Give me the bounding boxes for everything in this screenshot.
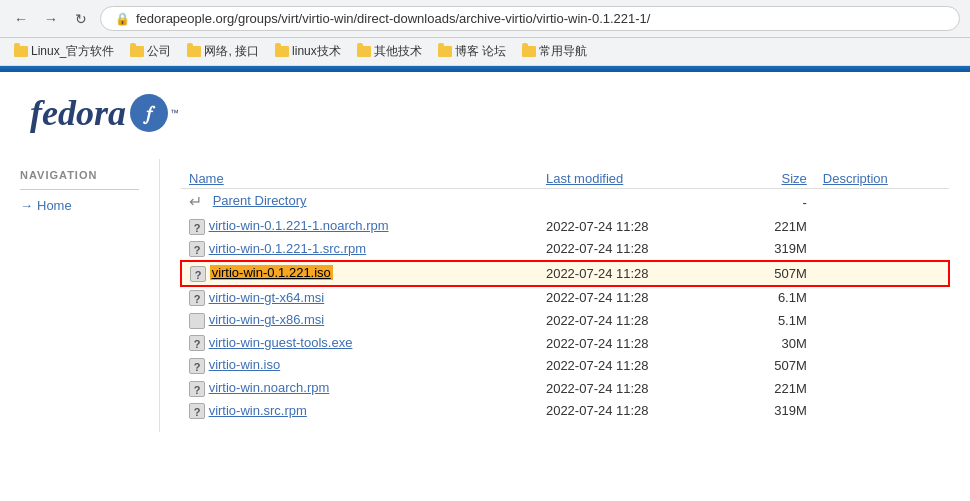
col-modified-header[interactable]: Last modified xyxy=(538,169,735,189)
unknown-file-icon: ? xyxy=(189,381,205,397)
bookmark-company[interactable]: 公司 xyxy=(124,41,177,62)
file-link[interactable]: virtio-win.src.rpm xyxy=(209,403,307,418)
file-desc-cell xyxy=(815,309,949,332)
forward-button[interactable]: → xyxy=(40,8,62,30)
file-desc-cell xyxy=(815,354,949,377)
file-name-cell: ​ virtio-win-gt-x86.msi xyxy=(181,309,538,332)
nav-arrow-icon: → xyxy=(20,198,33,213)
table-row: ? virtio-win.noarch.rpm 2022-07-24 11:28… xyxy=(181,377,949,400)
file-link-parent[interactable]: Parent Directory xyxy=(213,193,307,208)
file-desc-cell xyxy=(815,400,949,423)
file-table: Name Last modified Size Description ↵ Pa… xyxy=(180,169,950,422)
unknown-file-icon: ? xyxy=(189,290,205,306)
file-link-highlighted[interactable]: virtio-win-0.1.221.iso xyxy=(210,265,333,280)
bookmark-label: 网络, 接口 xyxy=(204,43,259,60)
file-name-cell: ↵ Parent Directory xyxy=(181,189,538,216)
file-modified-cell: 2022-07-24 11:28 xyxy=(538,354,735,377)
table-row: ? virtio-win-0.1.221-1.src.rpm 2022-07-2… xyxy=(181,238,949,262)
nav-label: NAVIGATION xyxy=(20,169,139,181)
file-desc-cell xyxy=(815,189,949,216)
sidebar: NAVIGATION → Home xyxy=(0,159,160,432)
file-name-cell: ? virtio-win-gt-x64.msi xyxy=(181,286,538,310)
grid-icon: ​ xyxy=(189,313,205,329)
file-size-cell: 319M xyxy=(734,238,814,262)
fedora-icon-circle: 𝑓 xyxy=(130,94,168,132)
bookmark-linux-tech[interactable]: linux技术 xyxy=(269,41,347,62)
nav-home-item[interactable]: → Home xyxy=(20,198,139,213)
file-link[interactable]: virtio-win-guest-tools.exe xyxy=(209,335,353,350)
file-link[interactable]: virtio-win-0.1.221-1.src.rpm xyxy=(209,241,367,256)
folder-icon xyxy=(187,46,201,57)
table-row: ↵ Parent Directory - xyxy=(181,189,949,216)
unknown-file-icon: ? xyxy=(189,219,205,235)
folder-icon xyxy=(357,46,371,57)
file-link[interactable]: virtio-win-gt-x86.msi xyxy=(209,312,325,327)
col-size-header[interactable]: Size xyxy=(734,169,814,189)
unknown-file-icon: ? xyxy=(189,241,205,257)
col-desc-header[interactable]: Description xyxy=(815,169,949,189)
file-name-cell: ? virtio-win.src.rpm xyxy=(181,400,538,423)
file-desc-cell xyxy=(815,286,949,310)
file-link[interactable]: virtio-win-0.1.221-1.noarch.rpm xyxy=(209,218,389,233)
bookmark-label: 其他技术 xyxy=(374,43,422,60)
fedora-f-letter: 𝑓 xyxy=(146,102,152,125)
file-size-cell: 5.1M xyxy=(734,309,814,332)
reload-button[interactable]: ↻ xyxy=(70,8,92,30)
file-name-cell: ? virtio-win-0.1.221-1.src.rpm xyxy=(181,238,538,262)
file-link[interactable]: virtio-win.noarch.rpm xyxy=(209,380,330,395)
logo-area: fedora 𝑓 ™ xyxy=(0,72,970,149)
file-modified-cell: 2022-07-24 11:28 xyxy=(538,261,735,286)
bookmark-linux[interactable]: Linux_官方软件 xyxy=(8,41,120,62)
table-row: ​ virtio-win-gt-x86.msi 2022-07-24 11:28… xyxy=(181,309,949,332)
file-size-cell: 6.1M xyxy=(734,286,814,310)
table-row: ? virtio-win-0.1.221-1.noarch.rpm 2022-0… xyxy=(181,215,949,238)
table-header-row: Name Last modified Size Description xyxy=(181,169,949,189)
folder-icon xyxy=(130,46,144,57)
file-name-cell: ? virtio-win-0.1.221-1.noarch.rpm xyxy=(181,215,538,238)
nav-home-link[interactable]: Home xyxy=(37,198,72,213)
address-bar[interactable]: 🔒 fedorapeople.org/groups/virt/virtio-wi… xyxy=(100,6,960,31)
file-size-cell: 221M xyxy=(734,215,814,238)
table-row: ? virtio-win-gt-x64.msi 2022-07-24 11:28… xyxy=(181,286,949,310)
bookmark-label: 博客 论坛 xyxy=(455,43,506,60)
file-name-cell: ? virtio-win.iso xyxy=(181,354,538,377)
back-button[interactable]: ← xyxy=(10,8,32,30)
table-row: ? virtio-win-guest-tools.exe 2022-07-24 … xyxy=(181,332,949,355)
file-name-cell: ? virtio-win-0.1.221.iso xyxy=(181,261,538,286)
bookmark-label: 常用导航 xyxy=(539,43,587,60)
file-modified-cell: 2022-07-24 11:28 xyxy=(538,309,735,332)
file-name-cell: ? virtio-win-guest-tools.exe xyxy=(181,332,538,355)
back-icon: ↵ xyxy=(189,192,209,212)
file-modified-cell: 2022-07-24 11:28 xyxy=(538,238,735,262)
file-modified-cell: 2022-07-24 11:28 xyxy=(538,332,735,355)
table-row: ? virtio-win.src.rpm 2022-07-24 11:28 31… xyxy=(181,400,949,423)
file-size-cell: 319M xyxy=(734,400,814,423)
file-size-cell: - xyxy=(734,189,814,216)
address-text: fedorapeople.org/groups/virt/virtio-win/… xyxy=(136,11,650,26)
folder-icon xyxy=(275,46,289,57)
file-desc-cell xyxy=(815,261,949,286)
file-desc-cell xyxy=(815,215,949,238)
fedora-tm: ™ xyxy=(170,108,179,118)
file-name-cell: ? virtio-win.noarch.rpm xyxy=(181,377,538,400)
bookmark-network[interactable]: 网络, 接口 xyxy=(181,41,265,62)
col-name-header[interactable]: Name xyxy=(181,169,538,189)
bookmark-blog[interactable]: 博客 论坛 xyxy=(432,41,512,62)
unknown-file-icon: ? xyxy=(189,403,205,419)
file-desc-cell xyxy=(815,332,949,355)
file-link[interactable]: virtio-win-gt-x64.msi xyxy=(209,290,325,305)
bookmark-label: linux技术 xyxy=(292,43,341,60)
unknown-file-icon: ? xyxy=(190,266,206,282)
bookmark-label: Linux_官方软件 xyxy=(31,43,114,60)
file-modified-cell: 2022-07-24 11:28 xyxy=(538,215,735,238)
folder-icon xyxy=(522,46,536,57)
unknown-file-icon: ? xyxy=(189,335,205,351)
main-content: NAVIGATION → Home Name Last modified Siz… xyxy=(0,149,970,442)
file-link[interactable]: virtio-win.iso xyxy=(209,357,281,372)
table-row: ? virtio-win-0.1.221.iso 2022-07-24 11:2… xyxy=(181,261,949,286)
file-modified-cell: 2022-07-24 11:28 xyxy=(538,377,735,400)
bookmark-nav[interactable]: 常用导航 xyxy=(516,41,593,62)
lock-icon: 🔒 xyxy=(115,12,130,26)
file-listing: Name Last modified Size Description ↵ Pa… xyxy=(160,159,970,432)
bookmark-other-tech[interactable]: 其他技术 xyxy=(351,41,428,62)
